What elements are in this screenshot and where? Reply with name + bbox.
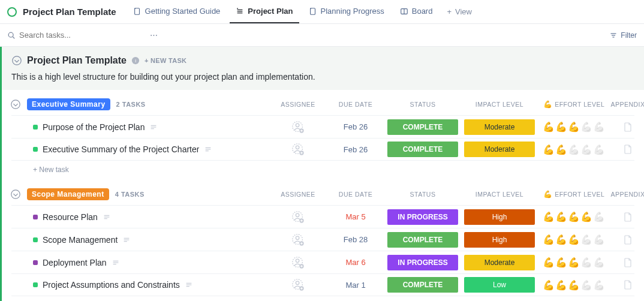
main-panel: Project Plan Template i + NEW TASK This … xyxy=(0,47,644,301)
tab-getting-started[interactable]: Getting Started Guide xyxy=(127,0,227,23)
status-dot-icon xyxy=(33,215,38,219)
status-dot-icon xyxy=(33,147,38,152)
impact-cell[interactable]: Moderate xyxy=(461,255,538,270)
assignee-cell[interactable] xyxy=(269,233,327,246)
search-input[interactable] xyxy=(19,31,139,40)
info-icon[interactable]: i xyxy=(131,56,140,65)
appendix-cell[interactable] xyxy=(610,279,644,290)
due-date-cell[interactable]: Feb 28 xyxy=(327,235,384,244)
effort-cell[interactable]: 💪💪💪💪💪 xyxy=(538,279,610,291)
status-cell[interactable]: COMPLETE xyxy=(384,119,461,135)
description-icon[interactable] xyxy=(204,145,212,153)
add-view-button[interactable]: + View xyxy=(442,0,477,23)
impact-chip: Moderate xyxy=(464,119,535,135)
add-task-button[interactable]: + New task xyxy=(11,161,634,180)
status-cell[interactable]: COMPLETE xyxy=(384,232,461,248)
due-date-cell[interactable]: Mar 6 xyxy=(327,258,384,267)
collapse-toggle-icon[interactable] xyxy=(10,189,21,200)
collapse-toggle-icon[interactable] xyxy=(10,99,21,110)
impact-chip: High xyxy=(464,209,535,225)
status-cell[interactable]: IN PROGRESS xyxy=(384,209,461,225)
impact-cell[interactable]: Low xyxy=(461,277,538,293)
section-header-left: Executive Summary 2 TASKS xyxy=(11,98,269,110)
description-icon[interactable] xyxy=(185,281,193,289)
svg-point-10 xyxy=(8,32,13,37)
panel-title-row: Project Plan Template i + NEW TASK xyxy=(11,55,634,66)
effort-cell[interactable]: 💪💪💪💪💪 xyxy=(538,234,610,245)
task-row[interactable]: Project Assumptions and Constraints Mar … xyxy=(11,273,634,296)
task-row[interactable]: Resource Plan Mar 5 IN PROGRESS High 💪💪💪… xyxy=(11,205,634,228)
add-task-button[interactable]: + New task xyxy=(11,296,634,301)
tab-label: Planning Progress xyxy=(321,7,384,16)
appendix-cell[interactable] xyxy=(610,234,644,245)
file-icon xyxy=(623,279,633,290)
collapse-toggle-icon[interactable] xyxy=(11,55,22,66)
appendix-cell[interactable] xyxy=(610,257,644,268)
task-name-cell: Deployment Plan xyxy=(11,258,269,267)
description-icon[interactable] xyxy=(149,123,158,131)
effort-cell[interactable]: 💪💪💪💪💪 xyxy=(538,121,610,133)
appendix-cell[interactable] xyxy=(610,122,644,133)
due-date-cell[interactable]: Mar 1 xyxy=(327,281,384,290)
task-row[interactable]: Purpose of the Project Plan Feb 26 COMPL… xyxy=(11,115,634,138)
section: Scope Management 4 TASKS ASSIGNEE DUE DA… xyxy=(2,180,644,301)
assignee-cell[interactable] xyxy=(269,278,327,291)
tab-project-plan[interactable]: Project Plan xyxy=(230,0,299,23)
description-icon[interactable] xyxy=(112,258,120,267)
brand-circle-icon xyxy=(7,7,17,17)
task-title[interactable]: Executive Summary of the Project Charter xyxy=(43,145,199,154)
status-dot-icon xyxy=(33,125,38,130)
task-row[interactable]: Scope Management Feb 28 COMPLETE High 💪💪… xyxy=(11,228,634,251)
impact-chip: High xyxy=(464,232,535,248)
task-title[interactable]: Scope Management xyxy=(43,235,118,245)
svg-point-1 xyxy=(134,8,136,9)
more-menu-button[interactable]: ⋯ xyxy=(150,31,158,40)
filter-button[interactable]: Filter xyxy=(610,31,637,40)
due-date-cell[interactable]: Feb 26 xyxy=(327,145,384,154)
impact-cell[interactable]: High xyxy=(461,209,538,225)
status-chip: COMPLETE xyxy=(387,142,458,157)
assignee-cell[interactable] xyxy=(269,256,327,269)
task-name-cell: Resource Plan xyxy=(11,212,269,222)
appendix-cell[interactable] xyxy=(610,212,644,222)
description-icon[interactable] xyxy=(122,236,131,244)
task-name-cell: Scope Management xyxy=(11,235,269,245)
task-title[interactable]: Resource Plan xyxy=(43,212,98,222)
due-date-cell[interactable]: Mar 5 xyxy=(327,212,384,221)
task-title[interactable]: Project Assumptions and Constraints xyxy=(43,280,180,290)
svg-text:i: i xyxy=(135,58,136,64)
task-title[interactable]: Deployment Plan xyxy=(43,258,107,267)
status-chip: COMPLETE xyxy=(387,232,458,248)
task-name-cell: Purpose of the Project Plan xyxy=(11,122,269,132)
impact-cell[interactable]: Moderate xyxy=(461,142,538,157)
section-badge[interactable]: Scope Management xyxy=(27,188,109,200)
task-title[interactable]: Purpose of the Project Plan xyxy=(43,122,145,132)
tab-planning-progress[interactable]: Planning Progress xyxy=(303,0,390,23)
impact-cell[interactable]: High xyxy=(461,232,538,248)
impact-cell[interactable]: Moderate xyxy=(461,119,538,135)
effort-cell[interactable]: 💪💪💪💪💪 xyxy=(538,257,610,268)
section-header: Scope Management 4 TASKS ASSIGNEE DUE DA… xyxy=(11,188,634,200)
col-impact: IMPACT LEVEL xyxy=(461,101,538,108)
effort-cell[interactable]: 💪💪💪💪💪 xyxy=(538,144,610,155)
effort-cell[interactable]: 💪💪💪💪💪 xyxy=(538,211,610,222)
status-cell[interactable]: IN PROGRESS xyxy=(384,255,461,270)
task-row[interactable]: Executive Summary of the Project Charter… xyxy=(11,138,634,161)
status-cell[interactable]: COMPLETE xyxy=(384,142,461,157)
description-icon[interactable] xyxy=(103,213,111,221)
task-row[interactable]: Deployment Plan Mar 6 IN PROGRESS Modera… xyxy=(11,251,634,273)
searchbar: ⋯ Filter xyxy=(0,24,644,47)
new-task-button[interactable]: + NEW TASK xyxy=(145,57,186,64)
assignee-cell[interactable] xyxy=(269,121,327,134)
appendix-cell[interactable] xyxy=(610,144,644,155)
section-badge[interactable]: Executive Summary xyxy=(27,98,110,110)
due-date-cell[interactable]: Feb 26 xyxy=(327,122,384,131)
sections-container: Executive Summary 2 TASKS ASSIGNEE DUE D… xyxy=(2,90,644,301)
tab-board[interactable]: Board xyxy=(394,0,439,23)
assignee-cell[interactable] xyxy=(269,143,327,156)
impact-chip: Moderate xyxy=(464,142,535,157)
assignee-cell[interactable] xyxy=(269,210,327,224)
svg-point-5 xyxy=(237,8,239,9)
section-header-left: Scope Management 4 TASKS xyxy=(11,188,269,200)
status-cell[interactable]: COMPLETE xyxy=(384,277,461,293)
